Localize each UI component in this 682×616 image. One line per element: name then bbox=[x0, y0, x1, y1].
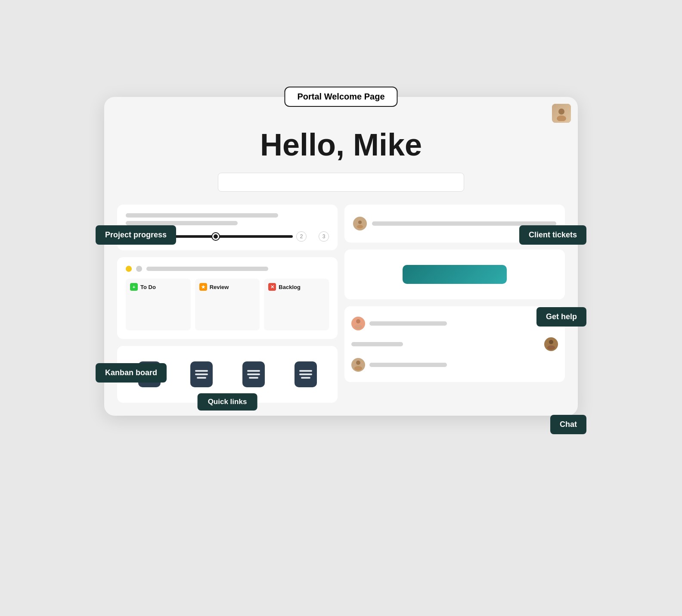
kanban-grey-dot bbox=[136, 266, 142, 272]
quick-links-label: Quick links bbox=[198, 393, 257, 411]
kanban-col-backlog-header: ✕ Backlog bbox=[268, 283, 325, 291]
svg-point-6 bbox=[549, 340, 553, 344]
ql-line-8 bbox=[247, 373, 260, 375]
svg-point-0 bbox=[558, 109, 564, 115]
quick-link-3[interactable] bbox=[242, 361, 265, 387]
progress-dot bbox=[212, 233, 219, 240]
progress-line-long bbox=[126, 213, 278, 218]
kanban-col-todo-header: + To Do bbox=[130, 283, 186, 291]
chat-avatar-right-1 bbox=[544, 337, 558, 351]
todo-label: To Do bbox=[140, 284, 156, 290]
kanban-col-backlog: ✕ Backlog bbox=[264, 279, 329, 330]
ql-line-10 bbox=[299, 370, 312, 372]
chat-bubble-2 bbox=[351, 342, 403, 346]
svg-point-7 bbox=[547, 345, 555, 350]
review-badge-icon: ★ bbox=[199, 283, 207, 291]
todo-badge-icon: + bbox=[130, 283, 138, 291]
svg-point-8 bbox=[356, 361, 360, 365]
help-button[interactable] bbox=[403, 265, 507, 284]
svg-point-5 bbox=[354, 325, 362, 329]
chat-row-1 bbox=[351, 313, 558, 334]
chat-avatar-1 bbox=[351, 317, 365, 330]
kanban-board-widget: + To Do ★ Review bbox=[117, 257, 338, 339]
progress-bar-row-1 bbox=[126, 213, 329, 225]
progress-line-medium bbox=[126, 221, 238, 225]
tooltip-kanban-board: Kanban board bbox=[96, 363, 167, 383]
tooltip-get-help: Get help bbox=[536, 307, 586, 327]
tooltip-project-progress: Project progress bbox=[96, 225, 176, 245]
ql-line-7 bbox=[247, 370, 260, 372]
ql-line-9 bbox=[249, 377, 258, 379]
svg-point-2 bbox=[358, 221, 362, 224]
kanban-yellow-dot bbox=[126, 266, 132, 272]
tooltip-client-tickets: Client tickets bbox=[519, 225, 586, 245]
kanban-col-review-header: ★ Review bbox=[199, 283, 256, 291]
kanban-header-line bbox=[146, 267, 268, 271]
kanban-col-review: ★ Review bbox=[195, 279, 260, 330]
outer-wrapper: Project progress Kanban board Client tic… bbox=[104, 97, 578, 519]
avatar[interactable] bbox=[552, 104, 571, 123]
ql-line-11 bbox=[299, 373, 312, 375]
backlog-label: Backlog bbox=[279, 284, 301, 290]
chat-bubble-3 bbox=[369, 363, 447, 367]
ql-line-12 bbox=[301, 377, 310, 379]
step-3-badge: 3 bbox=[319, 231, 329, 242]
chat-bubble-1 bbox=[369, 321, 447, 326]
ql-line-4 bbox=[195, 370, 208, 372]
kanban-columns: + To Do ★ Review bbox=[126, 279, 329, 330]
greeting-heading: Hello, Mike bbox=[117, 127, 565, 162]
svg-point-1 bbox=[557, 115, 566, 121]
tooltip-chat: Chat bbox=[550, 415, 586, 434]
svg-point-4 bbox=[356, 319, 360, 324]
quick-link-4[interactable] bbox=[294, 361, 317, 387]
chat-row-2 bbox=[351, 355, 558, 375]
quick-link-2[interactable] bbox=[190, 361, 213, 387]
get-help-widget bbox=[344, 249, 565, 299]
review-label: Review bbox=[210, 284, 229, 290]
step-2-badge: 2 bbox=[296, 231, 307, 242]
svg-point-9 bbox=[354, 366, 362, 370]
chat-row-right-1 bbox=[351, 334, 558, 355]
ql-line-6 bbox=[197, 377, 206, 379]
help-card-inner bbox=[353, 258, 556, 291]
main-grid: ✓ 2 3 bbox=[117, 205, 565, 403]
portal-card: Portal Welcome Page Hello, Mike bbox=[104, 97, 578, 416]
kanban-header bbox=[126, 266, 329, 272]
kanban-col-todo: + To Do bbox=[126, 279, 191, 330]
search-bar[interactable] bbox=[218, 173, 464, 192]
backlog-badge-icon: ✕ bbox=[268, 283, 276, 291]
ticket-avatar-1 bbox=[353, 217, 367, 230]
chat-widget bbox=[344, 306, 565, 382]
avatar-image bbox=[552, 104, 571, 123]
ql-line-5 bbox=[195, 373, 208, 375]
chat-avatar-2 bbox=[351, 358, 365, 372]
portal-title-badge: Portal Welcome Page bbox=[284, 87, 397, 107]
svg-point-3 bbox=[357, 225, 363, 228]
